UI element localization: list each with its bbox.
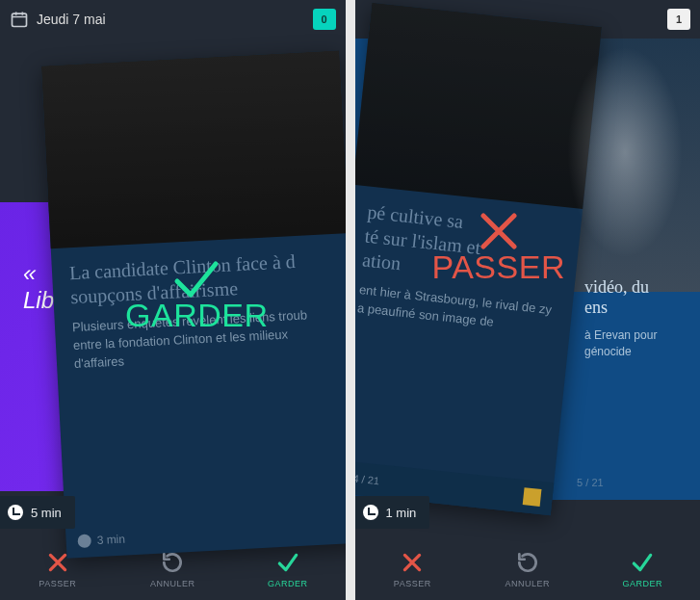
calendar-icon[interactable] — [10, 10, 29, 29]
topbar-date: Jeudi 7 mai — [37, 12, 106, 27]
card-index: 4 / 21 — [355, 473, 380, 487]
pass-button[interactable]: PASSER — [369, 550, 455, 588]
article-description: Plusieurs enquêtes révèlent les liens tr… — [72, 305, 339, 374]
clock-icon — [363, 505, 378, 520]
article-title: pé cultive sa té sur l'islam et ation — [361, 200, 564, 293]
undo-button[interactable]: ANNULER — [484, 550, 571, 588]
undo-button[interactable]: ANNULER — [129, 550, 216, 588]
article-title: La candidate Clinton face à d soupçons d… — [68, 248, 334, 309]
article-description: ent hier à Strasbourg, le rival de zy a … — [356, 281, 556, 338]
screenshot-left: Jeudi 7 mai 0 « Lib La candidate Clinton… — [0, 0, 346, 600]
topbar: Jeudi 7 mai 0 — [0, 0, 346, 39]
background-card-text: « Lib — [23, 260, 54, 313]
svg-rect-0 — [13, 13, 27, 26]
check-icon — [630, 550, 655, 575]
pass-button[interactable]: PASSER — [14, 550, 101, 588]
keep-button[interactable]: GARDER — [599, 550, 686, 588]
pass-button-label: PASSER — [39, 579, 76, 588]
topbar: 1 — [355, 0, 701, 39]
x-icon — [400, 550, 425, 575]
reading-list-time-chip[interactable]: 5 min — [0, 496, 75, 529]
undo-icon — [160, 550, 185, 575]
article-cover-image — [41, 50, 346, 248]
background-card-pager: 5 / 21 — [577, 477, 604, 488]
reading-list-time-chip[interactable]: 1 min — [355, 496, 430, 529]
kept-count-badge[interactable]: 0 — [313, 9, 336, 30]
undo-button-label: ANNULER — [505, 579, 550, 588]
publisher-logo — [522, 487, 541, 507]
undo-icon — [515, 550, 540, 575]
card-stack: « Lib La candidate Clinton face à d soup… — [0, 39, 346, 538]
card-stack: vidéo, du ens à Erevan pour génocide 5 /… — [355, 39, 701, 538]
check-icon — [275, 550, 300, 575]
screenshot-right: 1 vidéo, du ens à Erevan pour génocide 5… — [355, 0, 701, 600]
background-card-title: vidéo, du ens — [584, 277, 690, 318]
undo-button-label: ANNULER — [150, 579, 195, 588]
background-card-desc: à Erevan pour génocide — [584, 327, 690, 360]
reading-list-time: 1 min — [386, 506, 417, 520]
keep-button-label: GARDER — [268, 579, 308, 588]
kept-count-badge[interactable]: 1 — [667, 9, 690, 30]
keep-button-label: GARDER — [622, 579, 662, 588]
bottom-toolbar: PASSER ANNULER GARDER — [0, 538, 346, 600]
article-card[interactable]: La candidate Clinton face à d soupçons d… — [41, 50, 346, 559]
x-icon — [45, 550, 70, 575]
keep-button[interactable]: GARDER — [245, 550, 331, 588]
bottom-toolbar: PASSER ANNULER GARDER — [355, 538, 701, 600]
clock-icon — [8, 505, 23, 520]
pass-button-label: PASSER — [394, 579, 431, 588]
reading-list-time: 5 min — [31, 506, 62, 520]
sword-graphic — [567, 46, 683, 258]
